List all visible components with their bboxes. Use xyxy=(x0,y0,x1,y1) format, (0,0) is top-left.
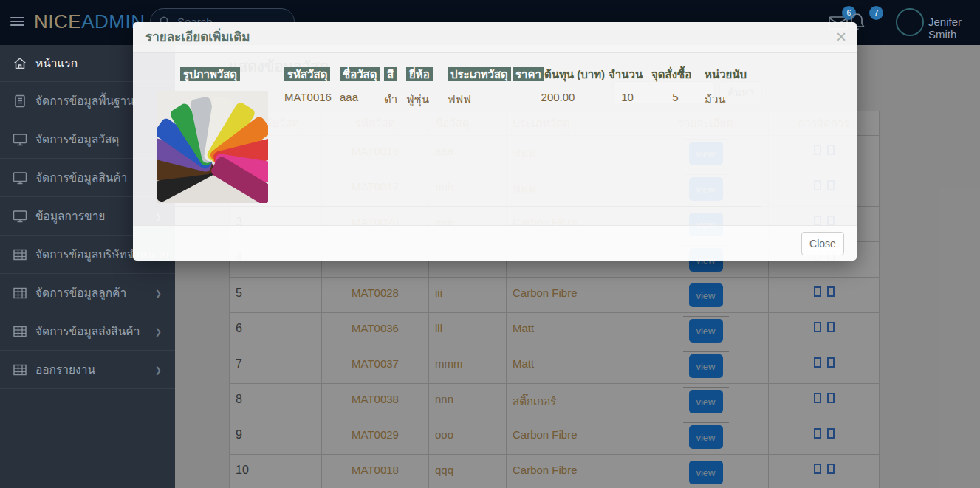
detail-unit: ม้วน xyxy=(701,86,761,207)
sidebar-item-8[interactable]: ออกรายงาน❯ xyxy=(0,350,175,388)
col-header-name: ชื่อวัสดุ xyxy=(340,67,380,81)
chevron-right-icon: ❯ xyxy=(155,288,162,298)
material-image xyxy=(157,91,268,203)
grid-icon xyxy=(13,324,27,339)
detail-name: aaa xyxy=(336,86,380,207)
close-icon[interactable]: × xyxy=(836,27,846,47)
close-button[interactable]: Close xyxy=(801,232,844,255)
grid-icon xyxy=(13,362,27,377)
col-header-image: รูปภาพวัสดุ xyxy=(180,67,240,81)
grid-icon xyxy=(13,286,27,300)
sidebar-item-label: จัดการข้อมูลสินค้า xyxy=(35,168,127,187)
logo-part-1: NICE xyxy=(34,10,81,32)
home-icon xyxy=(13,56,27,71)
material-detail-modal: รายละเอียดเพิ่มเติม × รูปภาพวัสดุ รหัสวั… xyxy=(133,22,857,261)
sidebar-item-6[interactable]: จัดการข้อมูลลูกค้า❯ xyxy=(0,273,175,312)
chevron-right-icon: ❯ xyxy=(155,365,162,374)
sidebar-item-label: หน้าแรก xyxy=(35,54,78,72)
monitor-icon xyxy=(13,209,27,224)
col-header-reorder: จุดสั่งซื้อ xyxy=(651,68,691,80)
detail-brand: ฟู่ชุ่น xyxy=(402,86,444,207)
col-header-type: ประเภทวัสดุ xyxy=(448,67,511,81)
detail-cost-price: 200.00 xyxy=(509,86,605,207)
col-header-quantity: จำนวน xyxy=(609,68,643,80)
col-header-color: สี xyxy=(384,67,397,81)
detail-type: ฟฟฟ xyxy=(444,86,509,207)
modal-header: รายละเอียดเพิ่มเติม × xyxy=(133,22,857,53)
modal-footer: Close xyxy=(133,225,857,261)
sidebar-item-label: จัดการข้อมูลพื้นฐาน xyxy=(35,92,134,110)
col-header-price-rest: ต้นทุน (บาท) xyxy=(544,68,605,80)
chevron-right-icon: ❯ xyxy=(155,326,162,336)
sidebar-item-label: ออกรายงาน xyxy=(35,360,95,379)
modal-title: รายละเอียดเพิ่มเติม xyxy=(145,22,250,53)
document-icon xyxy=(13,94,27,109)
col-header-price-selected: ราคา xyxy=(513,67,544,81)
sidebar-item-label: ข้อมูลการขาย xyxy=(35,207,105,225)
monitor-icon xyxy=(13,171,27,185)
sidebar-item-7[interactable]: จัดการข้อมูลส่งสินค้า❯ xyxy=(0,312,175,350)
notifications-badge: 7 xyxy=(869,6,883,20)
user-name[interactable]: Jenifer Smith xyxy=(928,16,980,41)
detail-code: MAT0016 xyxy=(281,86,336,207)
app-logo[interactable]: NICEADMIN xyxy=(34,10,145,33)
grid-icon xyxy=(13,247,27,262)
user-avatar[interactable] xyxy=(896,8,924,36)
sidebar-item-label: จัดการข้อมูลส่งสินค้า xyxy=(35,322,140,340)
detail-header-row: รูปภาพวัสดุ รหัสวัสดุ ชื่อวัสดุ สี ยี่ห้… xyxy=(154,63,761,86)
hamburger-menu-icon[interactable] xyxy=(10,17,24,27)
col-header-brand: ยี่ห้อ xyxy=(406,67,433,81)
detail-quantity: 10 xyxy=(605,86,648,207)
modal-body: รูปภาพวัสดุ รหัสวัสดุ ชื่อวัสดุ สี ยี่ห้… xyxy=(133,53,857,225)
col-header-code: รหัสวัสดุ xyxy=(284,67,330,81)
detail-color: ดำ xyxy=(380,86,402,207)
material-detail-table: รูปภาพวัสดุ รหัสวัสดุ ชื่อวัสดุ สี ยี่ห้… xyxy=(154,63,761,207)
sidebar-item-label: จัดการข้อมูลลูกค้า xyxy=(35,283,126,302)
sidebar-item-label: จัดการข้อมูลวัสดุ xyxy=(35,130,119,148)
col-header-unit: หน่วยนับ xyxy=(705,68,747,80)
detail-data-row: MAT0016 aaa ดำ ฟู่ชุ่น ฟฟฟ 200.00 10 5 ม… xyxy=(154,86,761,207)
detail-reorder-point: 5 xyxy=(648,86,701,207)
monitor-icon xyxy=(13,132,27,147)
